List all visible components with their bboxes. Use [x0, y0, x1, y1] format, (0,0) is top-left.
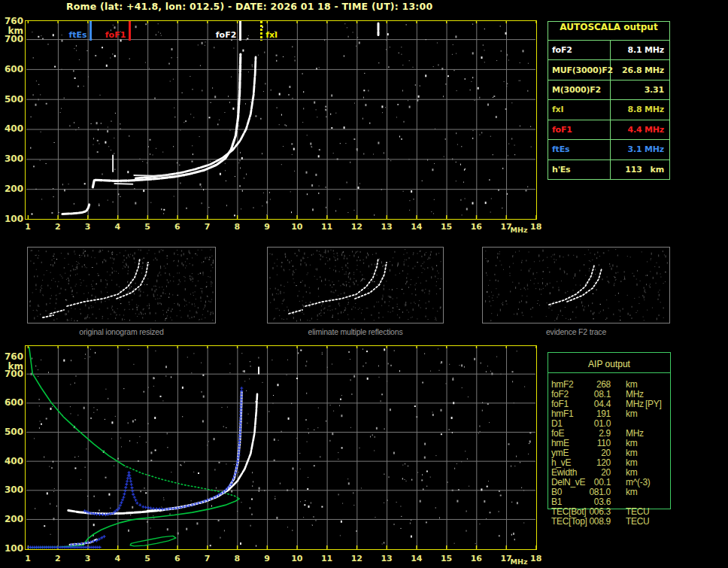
y-tick-label: 200: [2, 184, 23, 194]
x-tick-label: 9: [257, 222, 277, 232]
thumbnail-evidence-f2: [482, 247, 670, 323]
aip-row-value: 008.9: [554, 516, 611, 527]
fxI-marker-line: [260, 21, 262, 41]
aip-row-unit: km: [626, 487, 637, 497]
echo-fragment-a: [114, 184, 132, 184]
x-tick-label: 1: [18, 222, 38, 232]
autoscala-row-M(3000)F2: M(3000)F23.31: [548, 80, 669, 99]
aip-row-value: 2.9: [554, 428, 611, 439]
aip-row-unit: TECU: [626, 506, 649, 517]
autoscala-row-foF1: foF14.4 MHz: [548, 120, 669, 139]
aip-row-unit: km: [626, 457, 637, 468]
autoscala-table-title: AUTOSCALA output: [548, 22, 669, 40]
x-tick-label: 8: [227, 554, 247, 563]
autoscala-row-ftEs: ftEs3.1 MHz: [548, 139, 669, 159]
x-tick-label: 8: [227, 222, 247, 232]
Es-trace: [62, 205, 89, 214]
aip-row-unit: MHz: [626, 389, 644, 399]
x-tick-label: 11: [317, 554, 337, 563]
thumbnail-caption-eliminate: eliminate multiple reflections: [267, 327, 444, 336]
y-tick-label: 700: [2, 34, 23, 44]
autoscala-row-value: 3.31: [611, 85, 669, 95]
foF2-marker-line: [239, 21, 241, 41]
aip-row-unit: km: [626, 438, 637, 448]
x-tick-label: 2: [48, 554, 68, 563]
thumbnail-original-ionogram: [27, 247, 216, 323]
aip-row-value: 20: [554, 467, 611, 478]
aip-row-B0: B0081.0km: [548, 487, 671, 497]
top-ionogram-plot: ftEsfoF1foF2fxI: [25, 20, 537, 220]
x-tick-label: 2: [48, 222, 68, 232]
autoscala-row-h'Es: h'Es113 km: [548, 159, 669, 179]
thumbnail-caption-original: original ionogram resized: [27, 327, 216, 336]
x-tick-label: 1: [18, 554, 38, 563]
x-tick-label: 14: [407, 222, 426, 232]
thumbnail-trace: [549, 266, 594, 305]
x-tick-label: 3: [78, 222, 98, 232]
aip-row-hmE: hmE110km: [548, 438, 671, 448]
y-tick-label: 300: [2, 484, 23, 495]
aip-row-B1: B103.6: [548, 497, 671, 506]
x-tick-label: 7: [198, 222, 217, 232]
x-tick-label: 4: [108, 222, 127, 232]
profile-bottomside: [31, 499, 239, 548]
profile-valley-loop: [130, 536, 176, 546]
aip-row-unit: MHz: [626, 428, 644, 439]
aip-row-D1: D101.0: [548, 418, 671, 428]
aip-row-value: 006.3: [554, 506, 611, 517]
autoscala-row-label: h'Es: [548, 160, 611, 179]
y-tick-label: 760: [2, 16, 23, 26]
aip-row-hmF2: hmF2268km: [548, 379, 671, 389]
aip-row-unit: MHz: [626, 399, 644, 409]
aip-row-value: 03.6: [554, 497, 611, 507]
y-tick-label: 760: [2, 351, 23, 362]
y-tick-label: 500: [2, 427, 23, 437]
foF2-marker-label: foF2: [216, 30, 237, 40]
x-axis-unit-label: MHz: [510, 226, 528, 234]
autoscala-row-label: M(3000)F2: [548, 80, 611, 99]
x-tick-label: 14: [407, 554, 426, 563]
x-tick-label: 16: [466, 222, 486, 232]
aip-row-value: 110: [554, 438, 611, 448]
x-tick-label: 12: [347, 222, 366, 232]
y-tick-label: 200: [2, 514, 23, 524]
thumbnail-caption-evidence: evidence F2 trace: [482, 327, 670, 336]
aip-table-title: AIP output: [548, 359, 671, 369]
x-tick-label: 5: [138, 554, 157, 563]
autoscala-row-label: fxI: [548, 100, 611, 119]
ftEs-marker-label: ftEs: [69, 30, 87, 40]
bottom-ionogram-plot: [25, 345, 537, 550]
profile-topside: [29, 348, 124, 466]
thumbnail-trace: [50, 310, 64, 314]
autoscala-row-value: 26.8 MHz: [611, 65, 669, 75]
y-tick-label: 300: [2, 153, 23, 164]
x-tick-label: 10: [287, 222, 307, 232]
autoscala-output-table: AUTOSCALA output foF28.1 MHzMUF(3000)F22…: [548, 21, 670, 180]
aip-row-foE: foE2.9MHz: [548, 428, 671, 438]
aip-row-unit: km: [626, 379, 637, 390]
x-tick-label: 5: [138, 222, 157, 232]
autoscala-row-value: 8.8 MHz: [611, 105, 669, 114]
y-tick-label: 400: [2, 456, 23, 466]
aip-row-foF2: foF208.1MHz: [548, 389, 671, 399]
autoscala-row-fxI: fxI8.8 MHz: [548, 99, 669, 119]
x-tick-label: 3: [78, 554, 98, 563]
O-trace: [93, 54, 240, 187]
x-tick-label: 12: [347, 554, 366, 563]
x-tick-label: 6: [168, 554, 187, 563]
aip-row-value: 191: [554, 409, 611, 419]
aip-row-unit: km: [626, 448, 637, 458]
autoscala-row-MUF(3000)F2: MUF(3000)F226.8 MHz: [548, 59, 669, 79]
thumbnail-trace: [67, 258, 140, 306]
autoscala-row-label: foF1: [548, 120, 611, 139]
x-tick-label: 10: [287, 554, 307, 563]
x-tick-label: 4: [108, 554, 127, 563]
x-tick-label: 13: [377, 222, 396, 232]
aip-row-unit: TECU: [626, 516, 649, 527]
autoscala-row-value: 8.1 MHz: [611, 45, 669, 55]
aip-row-ymE: ymE20km: [548, 448, 671, 457]
x-tick-label: 15: [437, 554, 457, 563]
aip-row-value: 081.0: [554, 487, 611, 497]
aip-row-value: 268: [554, 379, 611, 390]
aip-row-value: 00.1: [554, 477, 611, 488]
